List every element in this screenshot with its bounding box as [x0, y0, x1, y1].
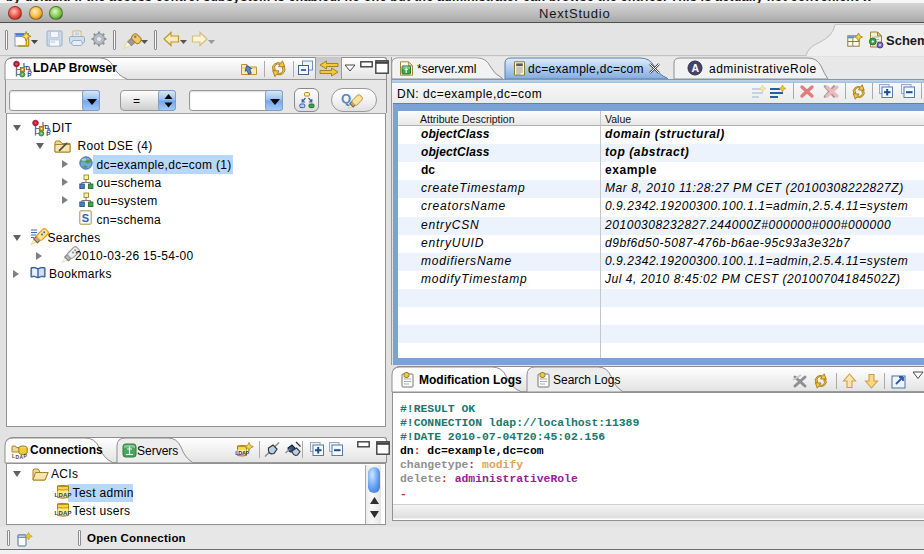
svg-text:P: P: [46, 130, 50, 137]
svg-text:LDAP: LDAP: [55, 510, 72, 516]
svg-text:LDAP: LDAP: [235, 450, 249, 456]
svg-text:P: P: [27, 71, 31, 78]
svg-text:S: S: [82, 211, 89, 223]
svg-text:LDAP: LDAP: [55, 492, 72, 498]
svg-text:A: A: [692, 62, 700, 74]
